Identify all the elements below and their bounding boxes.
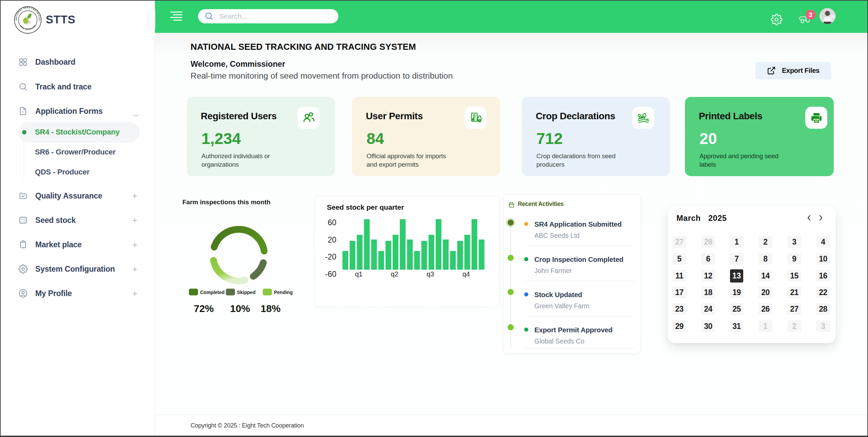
svg-text:q1: q1 [355,270,362,278]
svg-text:-20: -20 [325,252,336,261]
svg-text:q2: q2 [391,270,398,278]
svg-text:q3: q3 [427,270,434,278]
svg-text:-60: -60 [325,270,336,278]
svg-text:q4: q4 [462,270,470,278]
svg-text:60: 60 [328,218,336,227]
svg-text:20: 20 [328,235,336,244]
